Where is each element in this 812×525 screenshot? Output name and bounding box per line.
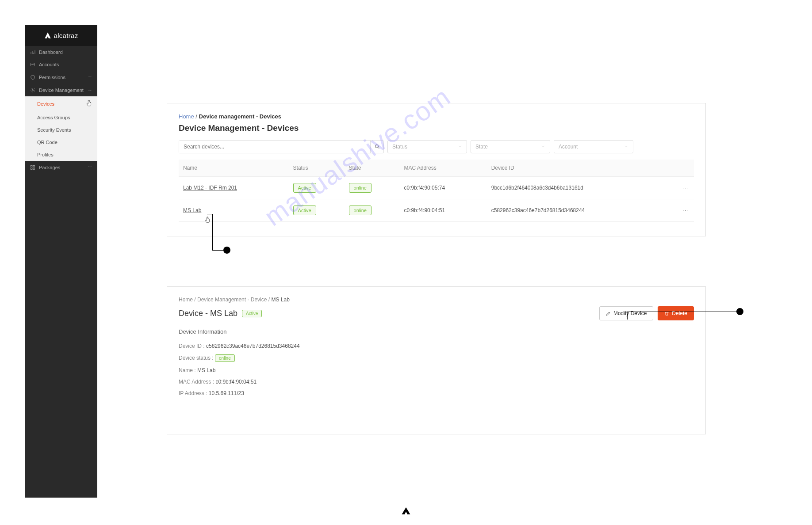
mac-cell: c0:9b:f4:90:04:51 — [399, 199, 486, 222]
state-filter[interactable]: State ﹀ — [471, 140, 550, 153]
mac-cell: c0:9b:f4:90:05:74 — [399, 177, 486, 199]
sidebar-subitem-label: Access Groups — [37, 115, 70, 120]
status-badge: Active — [242, 310, 262, 317]
grid-icon — [30, 165, 35, 170]
devices-list-panel: Home / Device management - Devices Devic… — [167, 103, 706, 236]
device-detail-panel: Home / Device Management - Device / MS L… — [167, 286, 706, 434]
breadcrumb-current: MS Lab — [271, 297, 289, 303]
sidebar-item-device-management[interactable]: Device Management ︿ — [25, 84, 97, 96]
id-card-icon — [30, 62, 35, 67]
search-icon — [375, 144, 380, 149]
nav: Dashboard Accounts Permissions ﹀ Device … — [25, 46, 97, 174]
page-title: Device Management - Devices — [179, 123, 694, 133]
sidebar-item-packages[interactable]: Packages ﹀ — [25, 161, 97, 174]
annotation-line — [207, 214, 212, 214]
device-name-link[interactable]: Lab M12 - IDF Rm 201 — [183, 185, 237, 191]
col-status: Status — [289, 160, 345, 177]
shield-icon — [30, 75, 35, 80]
sidebar-item-dashboard[interactable]: Dashboard — [25, 46, 97, 58]
account-filter[interactable]: Account ﹀ — [554, 140, 633, 153]
tap-cursor-icon — [86, 100, 92, 108]
row-actions[interactable]: ··· — [666, 199, 694, 222]
svg-rect-6 — [33, 168, 35, 170]
delete-button[interactable]: Delete — [658, 306, 694, 320]
search-input[interactable] — [179, 141, 370, 153]
info-device-id: Device ID : c582962c39ac46e7b7d26815d346… — [179, 343, 694, 349]
sidebar-subitem-label: Security Events — [37, 127, 71, 133]
breadcrumb: Home / Device management - Devices — [179, 113, 694, 120]
device-name-link[interactable]: MS Lab — [183, 207, 201, 213]
breadcrumb-mid[interactable]: Device Management - Device — [197, 297, 267, 303]
svg-rect-0 — [31, 63, 35, 66]
chevron-down-icon: ﹀ — [88, 164, 92, 170]
svg-point-7 — [375, 145, 378, 148]
gear-icon — [30, 88, 35, 93]
annotation-line — [212, 250, 224, 251]
sidebar-subitem-security-events[interactable]: Security Events — [25, 124, 97, 136]
device-title: Device - MS Lab Active — [179, 309, 262, 318]
breadcrumb-home[interactable]: Home — [179, 113, 194, 120]
chevron-up-icon: ︿ — [88, 87, 92, 93]
state-badge: online — [349, 183, 372, 193]
sidebar-subitem-label: QR Code — [37, 140, 57, 145]
svg-rect-4 — [33, 165, 35, 167]
device-id-cell: c582962c39ac46e7b7d26815d3468244 — [487, 199, 666, 222]
state-filter-label: State — [475, 144, 488, 150]
chevron-down-icon: ﹀ — [458, 144, 462, 150]
table-row: Lab M12 - IDF Rm 201 Active online c0:9b… — [179, 177, 694, 199]
sidebar-subnav: Devices Access Groups Security Events QR… — [25, 96, 97, 161]
annotation-line — [627, 312, 738, 312]
row-actions[interactable]: ··· — [666, 177, 694, 199]
sidebar-subitem-profiles[interactable]: Profiles — [25, 148, 97, 161]
col-state: State — [345, 160, 400, 177]
info-ip: IP Address : 10.5.69.111/23 — [179, 390, 694, 396]
account-filter-label: Account — [559, 144, 578, 150]
modify-device-button[interactable]: Modify Device — [599, 306, 653, 320]
edit-icon — [606, 311, 611, 316]
sidebar-item-label: Dashboard — [39, 49, 92, 55]
status-badge: Active — [293, 205, 316, 215]
col-device-id: Device ID — [487, 160, 666, 177]
brand-text: alcatraz — [54, 32, 78, 39]
sidebar-item-label: Device Management — [39, 88, 84, 93]
section-heading: Device Information — [179, 328, 694, 335]
col-name: Name — [179, 160, 289, 177]
col-mac: MAC Address — [399, 160, 486, 177]
devices-table: Name Status State MAC Address Device ID … — [179, 160, 694, 222]
filter-row: Status ﹀ State ﹀ Account ﹀ — [179, 140, 694, 153]
svg-point-2 — [32, 89, 34, 91]
sidebar-item-permissions[interactable]: Permissions ﹀ — [25, 71, 97, 84]
breadcrumb-home[interactable]: Home — [179, 297, 193, 303]
info-device-status: Device status : online — [179, 354, 694, 362]
breadcrumb: Home / Device Management - Device / MS L… — [179, 297, 694, 303]
search-input-wrap — [179, 140, 384, 153]
breadcrumb-sep: / — [195, 113, 197, 120]
info-device-name: Name : MS Lab — [179, 367, 694, 373]
status-filter[interactable]: Status ﹀ — [387, 140, 467, 153]
device-id-cell: 9bcc1d6b2f464008a6c3d4b6ba13161d — [487, 177, 666, 199]
state-badge: online — [349, 205, 372, 215]
status-filter-label: Status — [392, 144, 407, 150]
sidebar-item-label: Accounts — [39, 62, 92, 67]
sidebar-subitem-label: Profiles — [37, 152, 54, 157]
sidebar-subitem-devices[interactable]: Devices — [25, 96, 97, 111]
sidebar-subitem-label: Devices — [37, 101, 54, 107]
annotation-line — [627, 312, 628, 320]
sidebar: alcatraz Dashboard Accounts Permissions … — [25, 25, 97, 498]
table-row: MS Lab Active online c0:9b:f4:90:04:51 c… — [179, 199, 694, 222]
chevron-down-icon: ﹀ — [88, 74, 92, 80]
sidebar-subitem-qr-code[interactable]: QR Code — [25, 136, 97, 148]
action-buttons: Modify Device Delete — [599, 306, 694, 320]
annotation-dot — [223, 247, 230, 254]
status-badge: Active — [293, 183, 316, 193]
info-mac: MAC Address : c0:9b:f4:90:04:51 — [179, 379, 694, 385]
search-button[interactable] — [370, 141, 383, 153]
chart-bars-icon — [30, 49, 35, 55]
annotation-line — [212, 214, 213, 250]
col-actions — [666, 160, 694, 177]
sidebar-subitem-access-groups[interactable]: Access Groups — [25, 111, 97, 124]
svg-point-1 — [32, 64, 33, 65]
brand-icon — [402, 507, 410, 514]
breadcrumb-current: Device management - Devices — [199, 113, 281, 120]
sidebar-item-accounts[interactable]: Accounts — [25, 58, 97, 71]
